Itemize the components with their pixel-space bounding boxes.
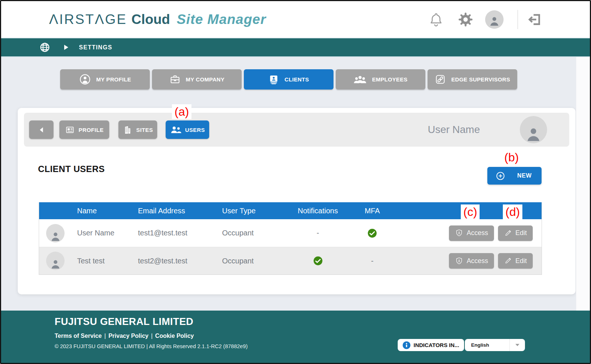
- subnav-label: USERS: [185, 127, 205, 133]
- tab-edge-supervisors[interactable]: EDGE SUPERVISORS: [428, 69, 517, 90]
- plus-circle-icon: [495, 171, 505, 181]
- cell-email: test1@test.test: [131, 229, 215, 237]
- col-header-mfa: MFA: [352, 207, 393, 215]
- two-people-icon: [170, 125, 182, 134]
- col-header-notifications: Notifications: [284, 207, 352, 215]
- app-header: ΛIRSTΛGE Cloud Site Manager: [1, 1, 590, 38]
- link-separator: |: [104, 333, 106, 339]
- footer-copyright: © 2023 FUJITSU GENERAL LIMITED | All Rig…: [55, 343, 248, 349]
- edit-button[interactable]: Edit: [498, 225, 533, 241]
- subnav-label: PROFILE: [79, 127, 104, 133]
- privacy-policy-link[interactable]: Privacy Policy: [108, 333, 149, 339]
- tab-my-profile[interactable]: MY PROFILE: [60, 69, 150, 90]
- tab-clients[interactable]: CLIENTS: [244, 69, 333, 90]
- tab-label: EMPLOYEES: [372, 76, 407, 83]
- access-button-label: Access: [467, 229, 488, 237]
- annotation-b: (b): [502, 150, 521, 165]
- settings-bar: SETTINGS: [1, 38, 590, 57]
- new-button-label: NEW: [517, 172, 532, 179]
- id-card-icon: [65, 125, 75, 135]
- client-card-icon: [268, 74, 279, 85]
- access-button[interactable]: Access: [449, 225, 494, 241]
- user-avatar: [46, 224, 65, 242]
- col-header-user-type: User Type: [215, 207, 284, 215]
- avatar-icon: [49, 230, 62, 242]
- subnav-profile-button[interactable]: PROFILE: [59, 120, 109, 139]
- scrollbar-track[interactable]: [576, 57, 590, 311]
- indicators-info-button[interactable]: INDICATORS IN...: [398, 339, 464, 351]
- tab-label: CLIENTS: [284, 76, 309, 83]
- back-button[interactable]: [29, 120, 53, 139]
- tab-label: MY COMPANY: [186, 76, 225, 83]
- user-avatar: [46, 252, 65, 270]
- annotation-c: (c): [461, 204, 480, 219]
- mfa-enabled-check-icon: [367, 228, 377, 238]
- tab-label: EDGE SUPERVISORS: [451, 76, 510, 83]
- logout-button[interactable]: [527, 12, 542, 27]
- info-icon: [402, 341, 411, 349]
- logo-cloud-text: Cloud: [131, 12, 170, 27]
- notifications-enabled-check-icon: [313, 256, 323, 266]
- terms-of-service-link[interactable]: Terms of Service: [55, 333, 102, 339]
- footer-links: Terms of Service|Privacy Policy|Cookie P…: [55, 333, 194, 339]
- back-arrow-icon: [38, 126, 45, 133]
- edit-button-label: Edit: [515, 229, 527, 237]
- person-circle-icon: [79, 73, 91, 85]
- settings-button[interactable]: [457, 11, 474, 28]
- header-divider: [518, 10, 518, 29]
- shield-person-icon: [455, 257, 463, 265]
- footer-company-name: FUJITSU GENERAL LIMITED: [55, 316, 193, 328]
- subnav-label: SITES: [136, 127, 153, 133]
- link-separator: |: [151, 333, 152, 339]
- cell-name: Test test: [72, 257, 131, 265]
- pencil-icon: [504, 229, 512, 237]
- col-header-email: Email Address: [131, 207, 215, 215]
- people-group-icon: [353, 75, 367, 84]
- cell-user-type: Occupant: [215, 229, 284, 237]
- subnav-sites-button[interactable]: SITES: [118, 120, 157, 139]
- client-name-label: User Name: [428, 124, 480, 136]
- client-subnav: PROFILE SITES USERS User Name: [24, 113, 569, 147]
- indicators-button-label: INDICATORS IN...: [414, 342, 459, 348]
- table-row: Test test test2@test.test Occupant - Acc…: [39, 247, 542, 274]
- shield-person-icon: [455, 229, 463, 237]
- notifications-button[interactable]: [428, 12, 444, 27]
- col-header-name: Name: [72, 207, 131, 215]
- logo-brand-text: ΛIRSTΛGE: [49, 12, 127, 27]
- globe-icon: [39, 42, 51, 53]
- main-tabs: MY PROFILE MY COMPANY CLIENTS EMPLOYEES …: [60, 69, 517, 90]
- app-footer: FUJITSU GENERAL LIMITED Terms of Service…: [1, 311, 590, 363]
- logout-icon: [527, 12, 542, 27]
- tab-my-company[interactable]: MY COMPANY: [152, 69, 242, 90]
- cell-user-type: Occupant: [215, 257, 284, 265]
- breadcrumb: SETTINGS: [79, 44, 112, 51]
- logo-product-text: Site Manager: [177, 12, 266, 27]
- subnav-users-button[interactable]: USERS: [166, 120, 209, 139]
- avatar-icon: [488, 15, 501, 27]
- header-icon-group: [428, 1, 542, 38]
- building-icon: [122, 125, 132, 135]
- chevron-down-icon: [509, 339, 525, 351]
- account-avatar-button[interactable]: [485, 10, 504, 29]
- link-square-icon: [435, 74, 446, 85]
- cell-email: test2@test.test: [131, 257, 215, 265]
- annotation-a: (a): [172, 104, 191, 119]
- gear-icon: [457, 11, 474, 28]
- cell-notifications: [284, 256, 352, 266]
- play-arrow-icon: [63, 44, 69, 50]
- new-user-button[interactable]: NEW: [487, 167, 542, 185]
- airstage-site-manager-app: ΛIRSTΛGE Cloud Site Manager: [0, 0, 591, 364]
- cookie-policy-link[interactable]: Cookie Policy: [155, 333, 194, 339]
- pencil-icon: [504, 257, 512, 265]
- annotation-d: (d): [503, 204, 522, 219]
- cell-name: User Name: [72, 229, 131, 237]
- briefcase-icon: [169, 74, 181, 85]
- avatar-icon: [49, 258, 62, 270]
- language-select[interactable]: English: [465, 339, 525, 351]
- edit-button[interactable]: Edit: [498, 253, 533, 269]
- home-globe-button[interactable]: [39, 42, 51, 53]
- cell-notifications: -: [284, 229, 352, 237]
- airstage-logo: ΛIRSTΛGE Cloud Site Manager: [49, 1, 266, 38]
- access-button[interactable]: Access: [449, 253, 494, 269]
- tab-employees[interactable]: EMPLOYEES: [336, 69, 425, 90]
